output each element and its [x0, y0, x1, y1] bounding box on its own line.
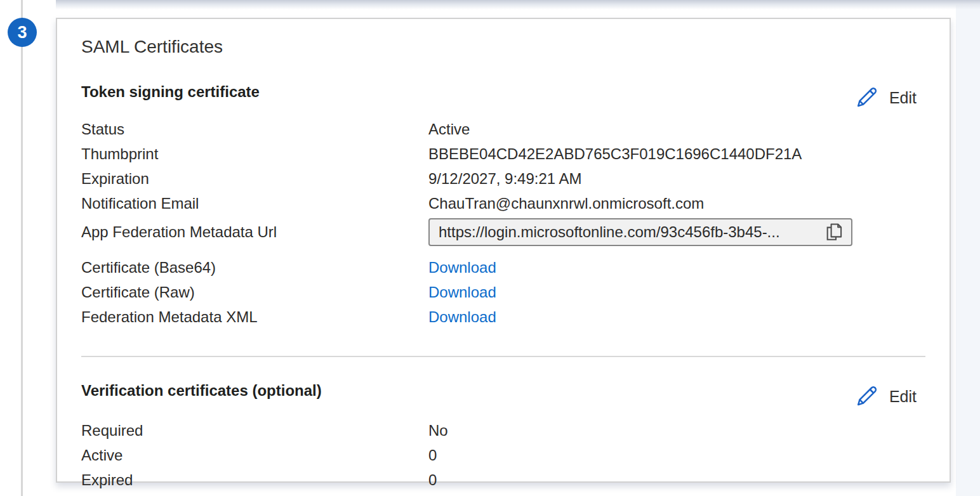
token-signing-heading: Token signing certificate	[81, 81, 260, 102]
row-label: Expired	[81, 471, 428, 489]
row-label: Federation Metadata XML	[81, 308, 428, 326]
section-divider	[81, 356, 925, 357]
expired-row: Expired 0	[81, 467, 925, 492]
step-number-badge: 3	[8, 18, 37, 47]
status-row: Status Active	[81, 117, 925, 141]
edit-button-label: Edit	[889, 89, 917, 107]
previous-card-bottom-shadow	[56, 0, 980, 10]
download-rows: Certificate (Base64) Download Certificat…	[81, 255, 925, 329]
row-label: Notification Email	[81, 195, 428, 212]
certificate-base64-download-link[interactable]: Download	[428, 259, 496, 277]
step-connector-line	[21, 0, 23, 496]
token-signing-edit-button[interactable]: Edit	[854, 85, 917, 110]
pencil-icon	[854, 384, 879, 409]
active-value: 0	[428, 447, 437, 464]
status-value: Active	[428, 121, 470, 138]
metadata-url-value: https://login.microsoftonline.com/93c456…	[439, 223, 818, 241]
verification-section: Verification certificates (optional) Edi…	[81, 380, 925, 492]
metadata-url-field[interactable]: https://login.microsoftonline.com/93c456…	[428, 218, 852, 246]
verification-edit-button[interactable]: Edit	[854, 384, 917, 409]
row-label: Expiration	[81, 170, 428, 188]
expiration-value: 9/12/2027, 9:49:21 AM	[428, 170, 582, 188]
expired-value: 0	[428, 471, 437, 489]
page-right-margin	[956, 0, 980, 496]
step-number: 3	[17, 23, 27, 42]
certificate-raw-download-link[interactable]: Download	[428, 284, 496, 301]
verification-heading: Verification certificates (optional)	[81, 380, 322, 401]
row-label: Status	[81, 121, 428, 138]
row-label: Required	[81, 422, 428, 440]
edit-button-label: Edit	[889, 388, 917, 406]
active-row: Active 0	[81, 443, 925, 467]
notification-email-row: Notification Email ChauTran@chaunxnrwl.o…	[81, 191, 925, 216]
federation-metadata-xml-download-link[interactable]: Download	[428, 308, 496, 326]
verification-section-header: Verification certificates (optional) Edi…	[81, 380, 925, 409]
row-label: App Federation Metadata Url	[81, 223, 428, 241]
token-signing-section-header: Token signing certificate Edit	[81, 81, 925, 110]
verification-rows: Required No Active 0 Expired 0	[81, 418, 925, 492]
row-label: Thumbprint	[81, 145, 428, 163]
row-label: Certificate (Base64)	[81, 259, 428, 277]
pencil-icon	[854, 85, 879, 110]
copy-icon	[824, 221, 844, 243]
thumbprint-row: Thumbprint BBEBE04CD42E2ABD765C3F019C169…	[81, 141, 925, 166]
notification-email-value: ChauTran@chaunxnrwl.onmicrosoft.com	[428, 195, 704, 212]
card-title: SAML Certificates	[81, 37, 925, 57]
app-federation-metadata-url-row: App Federation Metadata Url https://logi…	[81, 216, 925, 249]
thumbprint-value: BBEBE04CD42E2ABD765C3F019C1696C1440DF21A	[428, 145, 802, 163]
required-value: No	[428, 422, 448, 440]
federation-metadata-xml-row: Federation Metadata XML Download	[81, 304, 925, 329]
required-row: Required No	[81, 418, 925, 443]
certificate-raw-row: Certificate (Raw) Download	[81, 280, 925, 304]
copy-button[interactable]	[824, 221, 844, 243]
row-label: Certificate (Raw)	[81, 284, 428, 301]
saml-certificates-card: SAML Certificates Token signing certific…	[56, 18, 951, 483]
token-signing-rows: Status Active Thumbprint BBEBE04CD42E2AB…	[81, 117, 925, 329]
row-label: Active	[81, 447, 428, 464]
certificate-base64-row: Certificate (Base64) Download	[81, 255, 925, 280]
expiration-row: Expiration 9/12/2027, 9:49:21 AM	[81, 166, 925, 191]
